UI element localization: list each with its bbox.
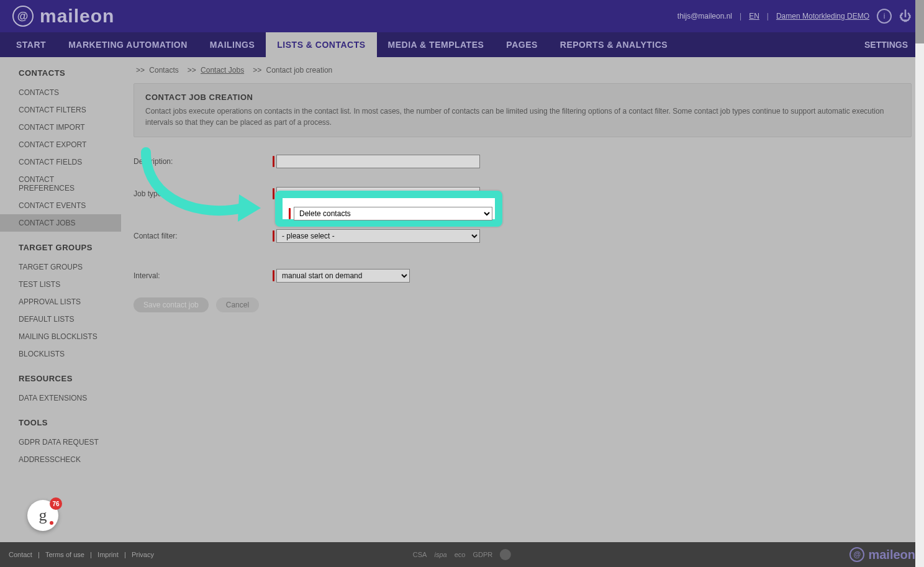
badge-gdpr: GDPR <box>473 551 492 558</box>
description-input-wrap <box>276 155 480 168</box>
highlight-jobtype: Delete contacts <box>275 191 502 227</box>
sidebar-item-contact-preferences[interactable]: CONTACT PREFERENCES <box>0 171 121 197</box>
sidebar-item-blocklists[interactable]: BLOCKLISTS <box>0 345 121 363</box>
sidebar-item-mailing-blocklists[interactable]: MAILING BLOCKLISTS <box>0 328 121 345</box>
sidebar-item-gdpr-data-request[interactable]: GDPR DATA REQUEST <box>0 433 121 451</box>
required-indicator <box>273 230 274 242</box>
highlight-inner: Delete contacts <box>294 207 485 220</box>
footer-logo-text: maileon <box>868 548 915 562</box>
sidebar-header-contacts: CONTACTS <box>0 57 121 84</box>
sidebar-header-resources: RESOURCES <box>0 363 121 389</box>
badge-ispa: ispa <box>434 551 446 558</box>
breadcrumb-current: Contact job creation <box>266 66 333 75</box>
scrollbar-track[interactable] <box>915 0 924 567</box>
power-icon[interactable]: ⏻ <box>899 10 912 22</box>
language-link[interactable]: EN <box>749 12 759 20</box>
nav-mailings[interactable]: MAILINGS <box>199 32 266 57</box>
form-row-jobtype: Job type: Delete contacts <box>134 183 912 204</box>
interval-label: Interval: <box>134 271 276 280</box>
sidebar-item-contact-jobs[interactable]: CONTACT JOBS <box>0 214 121 232</box>
topbar: @ maileon thijs@maileon.nl | EN | Damen … <box>0 0 924 32</box>
interval-select[interactable]: manual start on demand <box>276 269 410 283</box>
navbar: START MARKETING AUTOMATION MAILINGS LIST… <box>0 32 924 57</box>
form-row-description: Description: <box>134 151 912 172</box>
form-row-contact-filter: Contact filter: - please select - <box>134 225 912 247</box>
form-row-interval: Interval: manual start on demand <box>134 265 912 286</box>
separator: | <box>740 12 741 20</box>
info-icon[interactable]: i <box>877 9 892 24</box>
separator: | <box>767 12 769 20</box>
sidebar-item-test-lists[interactable]: TEST LISTS <box>0 276 121 293</box>
nav-marketing-automation[interactable]: MARKETING AUTOMATION <box>57 32 199 57</box>
cancel-button[interactable]: Cancel <box>216 297 259 312</box>
main: CONTACTS CONTACTS CONTACT FILTERS CONTAC… <box>0 57 924 542</box>
logo-text: maileon <box>40 6 114 27</box>
contact-job-form: Description: Job type: Delete contacts C… <box>134 151 912 312</box>
footer-contact[interactable]: Contact <box>9 551 32 558</box>
nav-pages[interactable]: PAGES <box>495 32 548 57</box>
sidebar-item-contacts[interactable]: CONTACTS <box>0 84 121 101</box>
sidebar-item-target-groups[interactable]: TARGET GROUPS <box>0 258 121 276</box>
footer-links: Contact | Terms of use | Imprint | Priva… <box>9 551 154 558</box>
chat-widget[interactable]: g 76 <box>27 500 58 531</box>
sidebar-item-contact-export[interactable]: CONTACT EXPORT <box>0 136 121 153</box>
required-indicator <box>273 188 274 199</box>
account-link[interactable]: Damen Motorkleding DEMO <box>776 12 869 20</box>
breadcrumb-contact-jobs[interactable]: Contact Jobs <box>201 66 244 75</box>
sidebar-item-approval-lists[interactable]: APPROVAL LISTS <box>0 293 121 311</box>
chat-widget-icon: g <box>39 506 47 525</box>
sidebar-header-target-groups: TARGET GROUPS <box>0 232 121 258</box>
button-row: Save contact job Cancel <box>134 297 912 312</box>
info-panel: CONTACT JOB CREATION Contact jobs execut… <box>134 83 912 137</box>
footer-badges: CSA ispa eco GDPR <box>413 549 511 560</box>
nav-start[interactable]: START <box>5 32 57 57</box>
contact-filter-label: Contact filter: <box>134 232 276 240</box>
sidebar-item-data-extensions[interactable]: DATA EXTENSIONS <box>0 389 121 407</box>
nav-tabs: START MARKETING AUTOMATION MAILINGS LIST… <box>5 32 679 57</box>
jobtype-select-highlighted[interactable]: Delete contacts <box>294 207 492 220</box>
contact-filter-select-wrap: - please select - <box>276 229 480 243</box>
breadcrumb-contacts[interactable]: Contacts <box>149 66 178 75</box>
footer-imprint[interactable]: Imprint <box>97 551 119 558</box>
breadcrumb-sep: >> <box>188 66 196 75</box>
contact-filter-select[interactable]: - please select - <box>276 229 480 243</box>
sidebar-item-addresscheck[interactable]: ADDRESSCHECK <box>0 451 121 468</box>
required-indicator <box>273 156 274 167</box>
logo: @ maileon <box>12 6 114 27</box>
breadcrumb-sep: >> <box>253 66 261 75</box>
footer: Contact | Terms of use | Imprint | Priva… <box>0 542 924 567</box>
chat-dot-icon <box>50 521 53 525</box>
panel-title: CONTACT JOB CREATION <box>145 93 900 102</box>
scrollbar-thumb[interactable] <box>915 0 924 43</box>
interval-select-wrap: manual start on demand <box>276 269 410 283</box>
content: >> Contacts >> Contact Jobs >> Contact j… <box>121 57 924 542</box>
nav-reports-analytics[interactable]: REPORTS & ANALYTICS <box>549 32 679 57</box>
footer-terms[interactable]: Terms of use <box>45 551 84 558</box>
sidebar-item-contact-events[interactable]: CONTACT EVENTS <box>0 197 121 214</box>
logo-icon: @ <box>12 6 34 27</box>
nav-lists-contacts[interactable]: LISTS & CONTACTS <box>266 32 376 57</box>
sidebar-item-contact-import[interactable]: CONTACT IMPORT <box>0 119 121 136</box>
description-input[interactable] <box>276 155 480 168</box>
sidebar-item-contact-filters[interactable]: CONTACT FILTERS <box>0 101 121 119</box>
sidebar-item-contact-fields[interactable]: CONTACT FIELDS <box>0 153 121 171</box>
save-contact-job-button[interactable]: Save contact job <box>134 297 209 312</box>
user-area: thijs@maileon.nl | EN | Damen Motorkledi… <box>677 9 912 24</box>
jobtype-label: Job type: <box>134 189 276 198</box>
footer-logo: @ maileon <box>849 547 915 562</box>
panel-description: Contact jobs execute operations on conta… <box>145 106 900 128</box>
sidebar-header-tools: TOOLS <box>0 407 121 433</box>
breadcrumb-sep: >> <box>136 66 145 75</box>
badge-seal-icon <box>500 549 511 560</box>
sidebar-item-default-lists[interactable]: DEFAULT LISTS <box>0 311 121 328</box>
sidebar: CONTACTS CONTACTS CONTACT FILTERS CONTAC… <box>0 57 121 542</box>
badge-csa: CSA <box>413 551 427 558</box>
user-email: thijs@maileon.nl <box>677 12 732 20</box>
description-label: Description: <box>134 157 276 166</box>
chat-badge: 76 <box>50 497 62 510</box>
footer-privacy[interactable]: Privacy <box>132 551 154 558</box>
breadcrumb: >> Contacts >> Contact Jobs >> Contact j… <box>134 57 912 83</box>
required-indicator <box>289 208 291 219</box>
nav-media-templates[interactable]: MEDIA & TEMPLATES <box>377 32 496 57</box>
nav-settings[interactable]: SETTINGS <box>853 32 919 57</box>
